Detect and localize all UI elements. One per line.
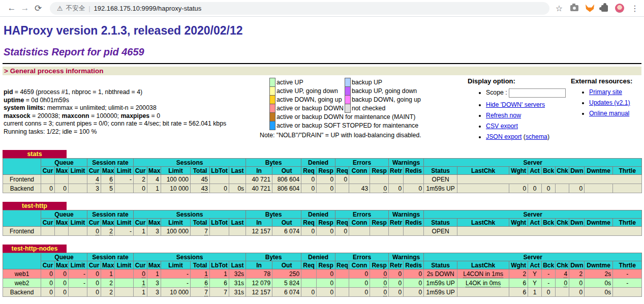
reload-icon[interactable]: ⟳ xyxy=(32,2,45,15)
column-header-max: Max xyxy=(101,261,115,269)
scope-input[interactable] xyxy=(509,88,566,98)
legend-swatch xyxy=(345,104,350,113)
table-cell: 1 xyxy=(147,269,161,279)
table-cell xyxy=(585,184,613,193)
column-header-max: Max xyxy=(147,167,161,175)
legend-swatch xyxy=(345,78,350,87)
process-info-line: uptime = 0d 0h01m59s xyxy=(4,97,269,105)
list-item: Updates (v2.1) xyxy=(589,99,641,106)
column-header-out: Out xyxy=(272,219,301,227)
forward-icon[interactable]: → xyxy=(18,2,32,15)
display-options: Display option: Scope : Hide 'DOWN' serv… xyxy=(468,77,571,144)
table-cell: 0s xyxy=(585,288,613,297)
table-cell xyxy=(349,175,370,184)
stats-table-stats: QueueSession rateSessionsBytesDeniedErro… xyxy=(3,158,642,193)
table-cell xyxy=(69,175,87,184)
csv-export-link[interactable]: CSV export xyxy=(486,123,518,130)
table-title-stats[interactable]: stats xyxy=(3,150,67,158)
column-header-limit: Limit xyxy=(115,219,134,227)
column-header-act: Act xyxy=(528,219,542,227)
hide-down-servers-link[interactable]: Hide 'DOWN' servers xyxy=(486,101,545,108)
status-legend: active UPbackup UPactive UP, going downb… xyxy=(269,78,468,139)
url-text[interactable]: 192.168.175.10:9999/haproxy-status xyxy=(94,5,202,12)
table-cell: 0 xyxy=(370,184,389,193)
metamask-extension-icon[interactable] xyxy=(586,5,594,12)
legend-table: active UPbackup UPactive UP, going downb… xyxy=(269,78,422,130)
table-cell: 7 xyxy=(191,288,210,297)
table-cell: 0 xyxy=(87,227,101,236)
table-cell: 0 xyxy=(542,288,556,297)
table-cell xyxy=(335,279,349,288)
table-cell: 1 xyxy=(134,288,147,297)
column-group-bytes: Bytes xyxy=(246,253,301,261)
json-export-link[interactable]: JSON export xyxy=(486,133,522,140)
table-cell: 0 xyxy=(389,269,404,279)
updates-link[interactable]: Updates (v2.1) xyxy=(589,99,630,106)
column-header-lbtot: LbTot xyxy=(210,167,229,175)
legend-row: active UPbackup UP xyxy=(270,78,422,87)
column-header-cur: Cur xyxy=(134,261,147,269)
legend-swatch xyxy=(270,78,275,87)
primary-site-link[interactable]: Primary site xyxy=(589,88,622,96)
column-header-in: In xyxy=(246,167,272,175)
column-header-last: Last xyxy=(229,219,246,227)
screenshot-extension-icon[interactable] xyxy=(570,5,578,11)
column-header-chk: Chk xyxy=(556,219,569,227)
address-bar[interactable]: ⚠ 不安全 | 192.168.175.10:9999/haproxy-stat… xyxy=(50,2,549,15)
table-cell: 1 xyxy=(528,288,542,297)
column-header-lastchk: LastChk xyxy=(457,167,509,175)
table-cell xyxy=(55,227,69,236)
legend-row: active UP, going downbackup UP, going do… xyxy=(270,87,422,96)
profile-avatar[interactable] xyxy=(615,4,624,13)
column-group-sessions: Sessions xyxy=(134,253,246,261)
table-cell xyxy=(301,269,317,279)
legend-label: backup UP, going down xyxy=(350,87,422,96)
table-cell: 0 xyxy=(210,184,229,193)
table-cell: 0 xyxy=(317,269,335,279)
table-title-test-http[interactable]: test-http xyxy=(3,202,67,210)
omnibox-divider: | xyxy=(88,5,90,12)
table-cell: 0 xyxy=(55,288,69,297)
column-header-dwn: Dwn xyxy=(569,261,585,269)
column-header-req: Req xyxy=(301,261,317,269)
list-item: Hide 'DOWN' servers xyxy=(486,101,571,108)
table-cell: 0 xyxy=(370,288,389,297)
extensions-puzzle-icon[interactable] xyxy=(601,5,608,12)
back-icon[interactable]: ← xyxy=(5,2,18,15)
column-header-status: Status xyxy=(424,167,457,175)
table-cell: 100 000 xyxy=(161,175,191,184)
table-cell: 0 xyxy=(335,175,349,184)
refresh-now-link[interactable]: Refresh now xyxy=(486,112,521,119)
table-cell: 43 xyxy=(191,184,210,193)
legend-label: not checked xyxy=(350,104,422,113)
table-cell: 6 xyxy=(509,288,528,297)
table-cell: 0 xyxy=(349,279,370,288)
column-header-total: Total xyxy=(191,167,210,175)
table-cell: 1 xyxy=(210,269,229,279)
table-title-test-http-nodes[interactable]: test-http-nodes xyxy=(3,245,67,253)
table-cell: - xyxy=(542,269,556,279)
table-cell xyxy=(556,184,569,193)
legend-row: active DOWN, going upbackup DOWN, going … xyxy=(270,96,422,104)
json-schema-link[interactable]: schema xyxy=(526,133,547,140)
table-cell: 1m59s UP xyxy=(424,288,457,297)
haproxy-version-link[interactable]: HAProxy version 2.1.3, released 2020/02/… xyxy=(4,24,243,37)
legend-label: backup DOWN, going up xyxy=(350,96,422,104)
column-group-errors: Errors xyxy=(335,159,389,167)
column-header-lastchk: LastChk xyxy=(457,261,509,269)
table-cell: 806 604 xyxy=(272,175,301,184)
column-header-resp: Resp xyxy=(317,219,335,227)
table-cell: 0s xyxy=(585,279,613,288)
table-cell: - xyxy=(115,175,134,184)
security-warning-icon[interactable]: ⚠ xyxy=(57,5,63,12)
online-manual-link[interactable]: Online manual xyxy=(589,110,629,117)
stats-table-test-http: QueueSession rateSessionsBytesDeniedErro… xyxy=(3,210,642,236)
table-cell: 3 xyxy=(87,184,101,193)
info-row: pid = 4659 (process #1, nbproc = 1, nbth… xyxy=(3,75,641,144)
table-cell: 10 000 xyxy=(161,184,191,193)
legend-row: active or backup DOWN for maintenance (M… xyxy=(270,113,422,121)
column-header-total: Total xyxy=(191,261,210,269)
browser-menu-icon[interactable]: ⋮ xyxy=(631,4,639,13)
column-header-conn: Conn xyxy=(349,167,370,175)
bookmark-star-icon[interactable]: ☆ xyxy=(556,4,563,13)
